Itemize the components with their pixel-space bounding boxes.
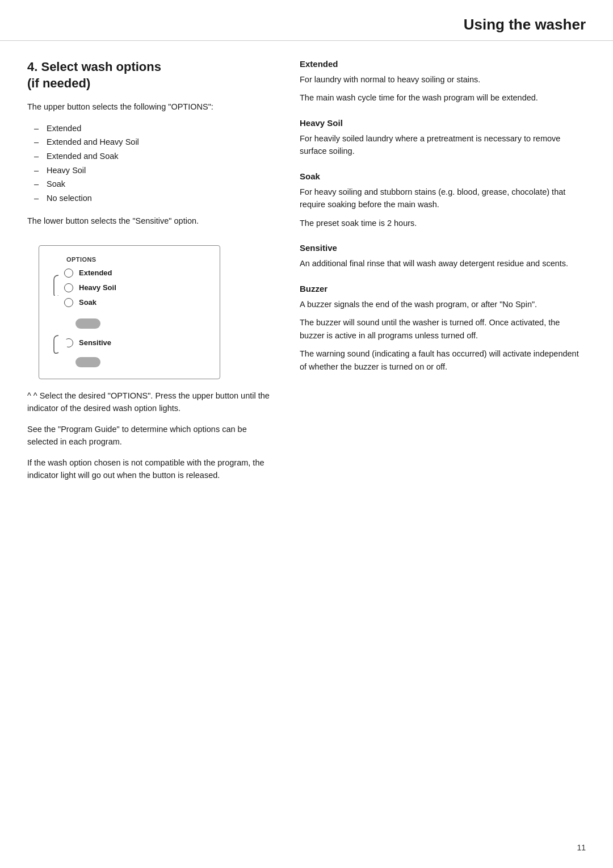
option-label-sensitive: Sensitive	[79, 338, 111, 347]
options-diagram: OPTIONS Extended Heavy Soil	[39, 245, 220, 379]
subsection-text-soak-2: The preset soak time is 2 hours.	[300, 217, 586, 229]
page-number: 11	[577, 843, 586, 852]
radio-soak	[64, 298, 73, 307]
lower-button-text: The lower button selects the "Sensitive"…	[27, 215, 277, 227]
options-list: Extended Extended and Heavy Soil Extende…	[34, 121, 277, 206]
list-item: Extended and Soak	[34, 149, 277, 163]
diagram-option-heavysoil: Heavy Soil	[64, 283, 116, 292]
subsection-text-heavysoil-1: For heavily soiled laundry where a pretr…	[300, 132, 586, 158]
diagram-wrapper: OPTIONS Extended Heavy Soil	[39, 235, 277, 389]
diagram-options-label-row: OPTIONS Extended Heavy Soil	[53, 256, 206, 313]
subsection-buzzer: Buzzer A buzzer signals the end of the w…	[300, 284, 586, 373]
subsection-sensitive: Sensitive An additional final rinse that…	[300, 243, 586, 270]
para3: If the wash option chosen is not compati…	[27, 456, 277, 482]
subsection-extended: Extended For laundry with normal to heav…	[300, 59, 586, 104]
list-item: Extended	[34, 121, 277, 136]
sensitive-group: Sensitive	[64, 336, 111, 351]
intro-text: The upper button selects the following "…	[27, 100, 277, 113]
subsection-title-soak: Soak	[300, 171, 586, 181]
radio-sensitive	[64, 338, 73, 347]
section-heading: 4. Select wash options(if needed)	[27, 59, 277, 91]
list-item: Heavy Soil	[34, 163, 277, 178]
subsection-text-extended-2: The main wash cycle time for the wash pr…	[300, 91, 586, 104]
subsection-title-extended: Extended	[300, 59, 586, 69]
subsection-text-extended-1: For laundry with normal to heavy soiling…	[300, 73, 586, 86]
page-title: Using the washer	[464, 16, 586, 33]
subsection-text-buzzer-1: A buzzer signals the end of the wash pro…	[300, 298, 586, 311]
right-column: Extended For laundry with normal to heav…	[300, 59, 586, 490]
page-header: Using the washer	[0, 0, 613, 41]
subsection-soak: Soak For heavy soiling and stubborn stai…	[300, 171, 586, 229]
brace-top-icon	[53, 273, 60, 296]
brace-lower-icon	[53, 333, 60, 354]
sensitive-section: Sensitive	[53, 333, 206, 354]
content-area: 4. Select wash options(if needed) The up…	[0, 41, 613, 508]
option-label-extended: Extended	[79, 269, 112, 277]
list-item: No selection	[34, 191, 277, 206]
diagram-option-soak: Soak	[64, 298, 116, 307]
para2: See the "Program Guide" to determine whi…	[27, 423, 277, 448]
radio-heavysoil	[64, 283, 73, 292]
diagram-option-sensitive: Sensitive	[64, 338, 111, 347]
option-label-heavysoil: Heavy Soil	[79, 283, 116, 292]
subsection-text-buzzer-2: The buzzer will sound until the washer i…	[300, 316, 586, 342]
footnote-symbol: ^	[27, 391, 33, 400]
list-item: Soak	[34, 177, 277, 191]
subsection-title-heavysoil: Heavy Soil	[300, 118, 586, 128]
options-label: OPTIONS	[64, 256, 116, 263]
footnote1: ^ ^ Select the desired "OPTIONS". Press …	[27, 389, 277, 415]
list-item: Extended and Heavy Soil	[34, 135, 277, 149]
lower-button	[75, 357, 100, 367]
options-group: OPTIONS Extended Heavy Soil	[64, 256, 116, 313]
left-column: 4. Select wash options(if needed) The up…	[27, 59, 277, 490]
subsection-heavysoil: Heavy Soil For heavily soiled laundry wh…	[300, 118, 586, 158]
radio-extended	[64, 269, 73, 278]
subsection-title-buzzer: Buzzer	[300, 284, 586, 293]
subsection-text-buzzer-3: The warning sound (indicating a fault ha…	[300, 347, 586, 373]
options-label-row: OPTIONS Extended Heavy Soil	[53, 256, 206, 313]
diagram-option-extended: Extended	[64, 269, 116, 278]
subsection-text-soak-1: For heavy soiling and stubborn stains (e…	[300, 186, 586, 211]
upper-button	[75, 318, 100, 329]
subsection-text-sensitive-1: An additional final rinse that will wash…	[300, 257, 586, 270]
subsection-title-sensitive: Sensitive	[300, 243, 586, 253]
option-label-soak: Soak	[79, 298, 96, 307]
